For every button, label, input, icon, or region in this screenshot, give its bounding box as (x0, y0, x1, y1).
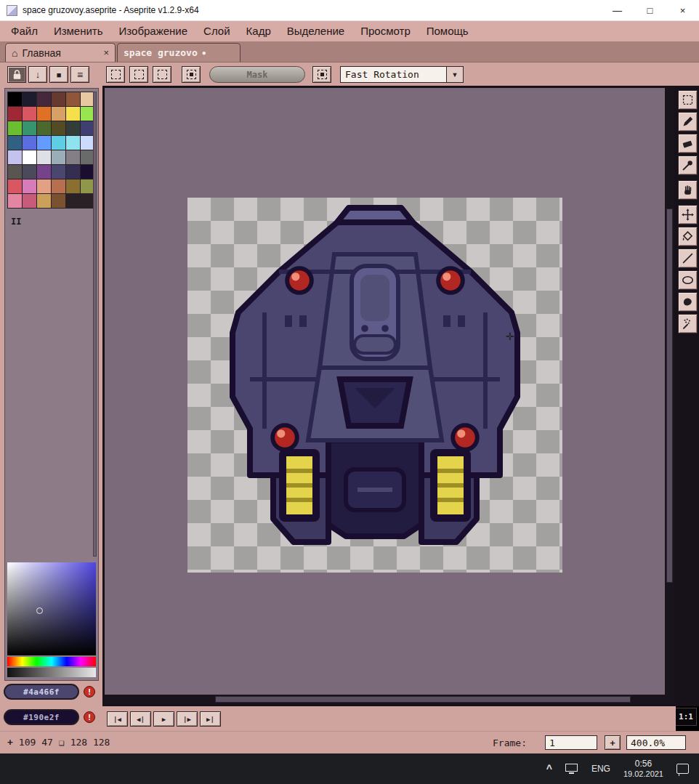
palette-swatch[interactable] (66, 179, 80, 193)
mask-button[interactable]: Mask (209, 66, 305, 83)
vertical-scrollbar-thumb[interactable] (666, 209, 673, 583)
contour-tool-button[interactable] (678, 292, 698, 312)
palette-swatch[interactable] (23, 92, 36, 106)
hidden-icons-chevron[interactable]: ^ (546, 763, 552, 775)
palette-swatch[interactable] (37, 150, 51, 164)
vertical-scrollbar[interactable] (665, 88, 674, 704)
foreground-color-button[interactable]: #4a466f (4, 684, 79, 700)
palette-swatch[interactable] (66, 165, 80, 179)
chevron-down-icon[interactable]: ▼ (446, 67, 463, 82)
maximize-button[interactable]: □ (634, 0, 666, 20)
palette-swatch[interactable] (52, 107, 65, 121)
horizontal-scrollbar-thumb[interactable] (215, 696, 631, 703)
palette-swatch[interactable] (8, 121, 22, 135)
menu-edit[interactable]: Изменить (46, 21, 111, 41)
selection-subtract-button[interactable] (153, 66, 171, 83)
keyboard-layout[interactable]: ENG (591, 764, 610, 774)
first-frame-button[interactable]: |◀ (107, 711, 128, 727)
ellipse-tool-button[interactable] (678, 270, 698, 290)
menu-layer[interactable]: Слой (195, 21, 238, 41)
palette-swatch[interactable] (23, 194, 36, 208)
sprite-canvas[interactable] (187, 198, 562, 573)
palette-swatch[interactable] (8, 179, 22, 193)
palette-swatch[interactable] (37, 121, 51, 135)
palette-swatch[interactable] (23, 121, 36, 135)
play-button[interactable]: ▶ (153, 711, 174, 727)
palette-swatch[interactable] (37, 179, 51, 193)
palette-presets-button[interactable]: ■ (49, 66, 68, 83)
palette-swatch[interactable] (37, 107, 51, 121)
palette-swatch[interactable] (66, 92, 80, 106)
network-icon[interactable] (565, 764, 578, 774)
rectangular-marquee-tool-button[interactable] (678, 90, 698, 110)
selection-add-button[interactable] (129, 66, 148, 83)
palette-swatch[interactable] (37, 136, 51, 150)
palette-swatch[interactable] (37, 165, 51, 179)
background-warning-icon[interactable]: ! (84, 711, 95, 723)
palette-options-button[interactable]: ≡ (70, 66, 89, 83)
paint-bucket-tool-button[interactable] (678, 227, 698, 246)
minimize-button[interactable]: — (601, 0, 634, 20)
palette-swatch[interactable] (8, 165, 22, 179)
hand-tool-button[interactable] (678, 180, 698, 200)
palette-swatch[interactable] (52, 92, 65, 106)
eyedropper-tool-button[interactable] (678, 155, 698, 175)
zoom-level-input[interactable] (626, 735, 686, 750)
palette-swatch[interactable] (37, 92, 51, 106)
tab-home[interactable]: ⌂ Главная × (5, 43, 116, 62)
menu-view[interactable]: Просмотр (352, 21, 419, 41)
palette-swatch[interactable] (66, 121, 80, 135)
palette-swatch[interactable] (23, 150, 36, 164)
palette-sort-button[interactable]: ↓ (28, 66, 47, 83)
line-tool-button[interactable] (678, 248, 698, 268)
foreground-warning-icon[interactable]: ! (84, 686, 95, 698)
palette-swatch[interactable] (66, 107, 80, 121)
palette-swatch[interactable] (52, 121, 65, 135)
palette-swatch[interactable] (8, 136, 22, 150)
taskbar-clock[interactable]: 0:56 19.02.2021 (623, 759, 663, 780)
selection-intersect-button[interactable] (182, 66, 201, 83)
palette-swatch[interactable] (8, 107, 22, 121)
palette-swatch[interactable] (23, 165, 36, 179)
pencil-tool-button[interactable] (678, 112, 698, 132)
last-frame-button[interactable]: ▶| (200, 711, 221, 727)
next-frame-button[interactable]: |▶ (177, 711, 198, 727)
palette-swatch[interactable] (52, 150, 65, 164)
prev-frame-button[interactable]: ◀| (130, 711, 151, 727)
action-center-icon[interactable] (676, 764, 689, 774)
frame-number-input[interactable] (545, 735, 597, 750)
palette-scrollbar[interactable] (93, 92, 97, 557)
rotation-algorithm-select[interactable]: Fast Rotation ▼ (340, 66, 464, 83)
pixel-grid-button[interactable] (312, 66, 331, 83)
palette-swatch[interactable] (52, 194, 65, 208)
horizontal-scrollbar[interactable] (105, 695, 665, 704)
hue-slider[interactable] (7, 657, 96, 666)
value-slider[interactable] (7, 668, 96, 677)
palette-swatch[interactable] (52, 136, 65, 150)
menu-help[interactable]: Помощь (419, 21, 477, 41)
palette-swatch[interactable] (37, 194, 51, 208)
tab-sprite[interactable]: space gruzovo ● (117, 43, 241, 62)
eraser-tool-button[interactable] (678, 134, 698, 153)
palette-swatch[interactable] (23, 136, 36, 150)
tab-close-icon[interactable]: × (103, 47, 109, 58)
selection-replace-button[interactable] (106, 66, 125, 83)
close-button[interactable]: × (666, 0, 699, 20)
menu-select[interactable]: Выделение (279, 21, 352, 41)
menu-image[interactable]: Изображение (111, 21, 196, 41)
palette-swatch[interactable] (66, 150, 80, 164)
spray-tool-button[interactable] (678, 314, 698, 334)
palette-swatch[interactable] (8, 92, 22, 106)
palette-swatch[interactable] (23, 179, 36, 193)
menu-frame[interactable]: Кадр (238, 21, 279, 41)
palette-swatch[interactable] (8, 150, 22, 164)
color-picker-gradient[interactable] (7, 562, 96, 655)
palette-swatch[interactable] (8, 194, 22, 208)
move-tool-button[interactable] (678, 205, 698, 225)
add-frame-button[interactable]: + (605, 735, 621, 750)
palette-swatch[interactable] (66, 136, 80, 150)
zoom-1-1-button[interactable]: 1:1 (675, 708, 697, 726)
palette-swatch[interactable] (23, 107, 36, 121)
palette-lock-button[interactable] (7, 66, 26, 83)
color-picker-marker[interactable] (36, 607, 43, 614)
